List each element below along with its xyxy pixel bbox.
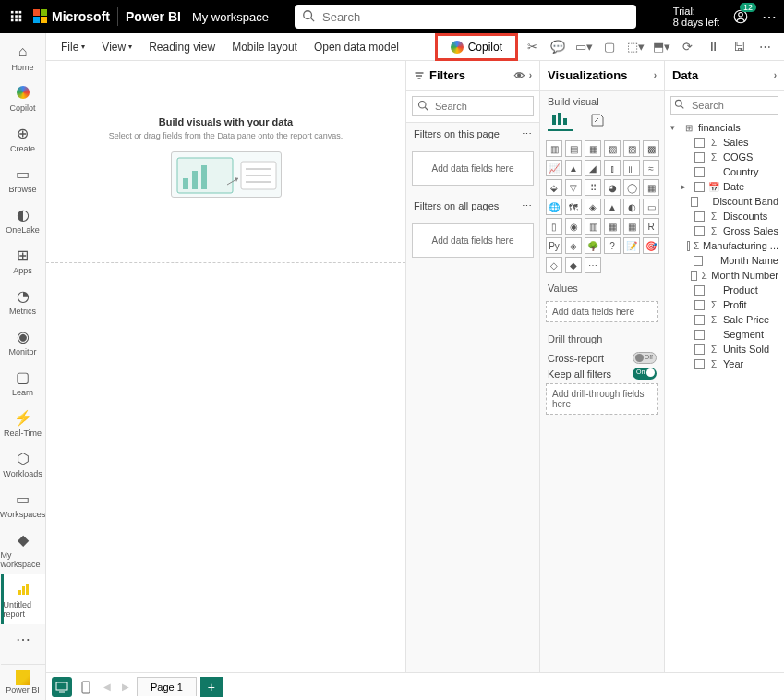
rail-monitor[interactable]: ◉Monitor — [1, 321, 45, 362]
rail-powerbi[interactable]: Power BI — [1, 664, 45, 700]
eye-icon[interactable]: 👁 — [514, 70, 525, 81]
table-row[interactable]: ▾ ⊞ financials — [665, 120, 784, 135]
field-checkbox[interactable] — [694, 152, 705, 163]
viz-donut[interactable]: ◯ — [623, 179, 640, 196]
viz-powerapps[interactable]: ◆ — [565, 257, 582, 273]
rail-learn[interactable]: ▢Learn — [1, 362, 45, 403]
rail-untitled-report[interactable]: Untitled report — [1, 574, 45, 624]
textbox-icon[interactable]: ▭▾ — [572, 37, 596, 57]
rail-workloads[interactable]: ⬡Workloads — [1, 443, 45, 484]
prev-page-icon[interactable]: ◀ — [100, 682, 115, 692]
field-checkbox[interactable] — [691, 197, 698, 207]
refresh-icon[interactable]: ⟳ — [675, 37, 699, 57]
viz-slicer[interactable]: ▥ — [585, 218, 601, 235]
field-row[interactable]: ΣProfit — [665, 297, 784, 312]
visual-icon[interactable]: ⬒▾ — [649, 37, 673, 57]
data-search-input[interactable] — [670, 96, 778, 115]
next-page-icon[interactable]: ▶ — [118, 682, 133, 692]
field-checkbox[interactable] — [694, 226, 705, 236]
field-row[interactable]: ΣGross Sales — [665, 223, 784, 238]
rail-onelake[interactable]: ◐OneLake — [1, 199, 45, 240]
viz-narrative[interactable]: 📝 — [623, 237, 640, 254]
viz-values-drop[interactable]: Add data fields here — [546, 301, 658, 322]
field-checkbox[interactable] — [694, 344, 705, 355]
filters-page-drop[interactable]: Add data fields here — [412, 151, 534, 186]
field-row[interactable]: ΣYear — [665, 356, 784, 371]
filters-search-input[interactable] — [412, 96, 534, 116]
more-icon[interactable]: ⋯ — [762, 8, 777, 26]
ribbon-file[interactable]: File▾ — [54, 37, 92, 57]
viz-clustered-column[interactable]: ▧ — [604, 140, 621, 157]
field-checkbox[interactable] — [694, 138, 705, 148]
viz-tab-format[interactable] — [585, 109, 610, 131]
field-row[interactable]: Discount Band — [665, 194, 784, 209]
ribbon-reading-view[interactable]: Reading view — [141, 37, 223, 57]
viz-python[interactable]: Py — [546, 237, 562, 254]
viz-table[interactable]: ▦ — [604, 218, 621, 235]
viz-area[interactable]: ▲ — [565, 160, 582, 176]
viz-gauge[interactable]: ◐ — [623, 199, 640, 215]
rail-create[interactable]: ⊕Create — [1, 118, 45, 159]
field-row[interactable]: Segment — [665, 327, 784, 342]
viz-map[interactable]: 🌐 — [546, 199, 562, 215]
viz-waterfall[interactable]: ⬙ — [546, 179, 562, 196]
rail-browse[interactable]: ▭Browse — [1, 159, 45, 199]
viz-line-clustered[interactable]: ⫼ — [623, 160, 640, 176]
ribbon-more-icon[interactable]: ⋯ — [753, 37, 777, 57]
buttons-icon[interactable]: ⬚▾ — [623, 37, 647, 57]
field-checkbox[interactable] — [694, 315, 705, 325]
viz-decomp[interactable]: 🌳 — [585, 237, 601, 254]
viz-scatter[interactable]: ⠿ — [585, 179, 601, 196]
viz-stacked-bar[interactable]: ▥ — [546, 140, 562, 157]
data-search[interactable] — [665, 91, 784, 118]
viz-line[interactable]: 📈 — [546, 160, 562, 176]
field-checkbox[interactable] — [694, 256, 703, 266]
viz-tab-build[interactable] — [548, 109, 573, 131]
viz-stacked-column[interactable]: ▤ — [565, 140, 582, 157]
viz-treemap[interactable]: ▦ — [643, 179, 659, 196]
copilot-button[interactable]: Copilot — [441, 38, 512, 56]
field-row[interactable]: ΣSales — [665, 135, 784, 150]
field-row[interactable]: ΣDiscounts — [665, 209, 784, 223]
viz-matrix[interactable]: ▦ — [623, 218, 640, 235]
viz-clustered-bar[interactable]: ▦ — [585, 140, 601, 157]
viz-card[interactable]: ▭ — [643, 199, 659, 215]
viz-more[interactable]: ⋯ — [585, 257, 601, 273]
field-row[interactable]: Month Name — [665, 253, 784, 268]
viz-shape-map[interactable]: ◈ — [585, 199, 601, 215]
collapse-icon[interactable]: › — [529, 70, 532, 80]
desktop-view-button[interactable] — [52, 677, 72, 697]
field-checkbox[interactable] — [687, 241, 690, 251]
field-checkbox[interactable] — [694, 285, 705, 296]
shapes-icon[interactable]: ▢ — [597, 37, 621, 57]
ribbon-open-data-model[interactable]: Open data model — [307, 37, 406, 57]
rail-myworkspace[interactable]: ◆My workspace — [1, 525, 45, 574]
section-more-icon[interactable]: ⋯ — [522, 128, 532, 140]
viz-multi-card[interactable]: ▯ — [546, 218, 562, 235]
chevron-down-icon[interactable]: ▾ — [670, 123, 680, 132]
page-tab-1[interactable]: Page 1 — [137, 677, 197, 696]
field-row[interactable]: ΣMonth Number — [665, 268, 784, 283]
save-icon[interactable]: 🖫 — [727, 37, 751, 57]
rail-realtime[interactable]: ⚡Real-Time — [1, 403, 45, 443]
ribbon-mobile-layout[interactable]: Mobile layout — [224, 37, 305, 57]
field-row[interactable]: ΣUnits Sold — [665, 342, 784, 356]
notifications-icon[interactable]: 12 — [729, 5, 753, 29]
viz-pie[interactable]: ◕ — [604, 179, 621, 196]
section-more-icon[interactable]: ⋯ — [522, 200, 532, 212]
viz-kpi[interactable]: ◉ — [565, 218, 582, 235]
viz-100-column[interactable]: ▩ — [643, 140, 659, 157]
collapse-icon[interactable]: › — [774, 70, 777, 80]
field-checkbox[interactable] — [694, 167, 705, 177]
powerbi-brand[interactable]: Power BI — [126, 9, 181, 24]
field-row[interactable]: ΣSale Price — [665, 312, 784, 327]
global-search-input[interactable] — [295, 5, 636, 29]
viz-r[interactable]: R — [643, 218, 659, 235]
filters-search[interactable] — [406, 91, 539, 123]
field-checkbox[interactable] — [694, 211, 705, 222]
rail-copilot[interactable]: Copilot — [1, 78, 45, 118]
app-launcher-icon[interactable] — [7, 7, 26, 26]
global-search[interactable] — [295, 5, 636, 29]
rail-metrics[interactable]: ◔Metrics — [1, 281, 45, 321]
report-canvas[interactable]: Build visuals with your data Select or d… — [46, 61, 405, 672]
